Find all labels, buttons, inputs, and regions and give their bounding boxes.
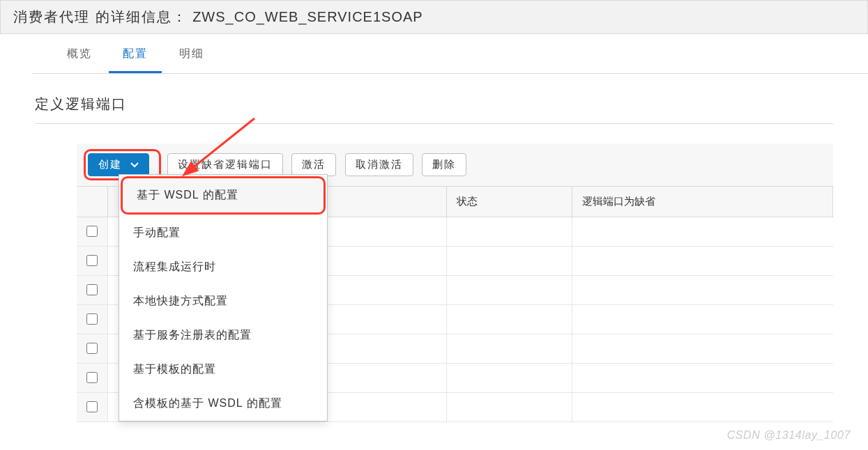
create-button-label: 创建 <box>98 158 122 170</box>
section: 定义逻辑端口 创建 设置缺省逻辑端口 激活 取消激活 删除 基于 WSDL 的配… <box>0 74 868 422</box>
delete-button[interactable]: 删除 <box>422 153 466 176</box>
cell-default <box>572 305 833 334</box>
toolbar: 创建 设置缺省逻辑端口 激活 取消激活 删除 基于 WSDL 的配置 手动配置 … <box>77 143 833 186</box>
cell-status <box>446 393 572 422</box>
watermark: CSDN @1314lay_1007 <box>727 429 851 442</box>
header-name: ZWS_CO_WEB_SERVICE1SOAP <box>192 9 423 24</box>
dd-item-wsdl-config[interactable]: 基于 WSDL 的配置 <box>121 176 326 215</box>
create-button[interactable]: 创建 <box>88 153 149 176</box>
cell-default <box>572 334 833 364</box>
set-default-port-button[interactable]: 设置缺省逻辑端口 <box>167 153 283 176</box>
row-checkbox[interactable] <box>86 343 98 354</box>
chevron-down-icon <box>130 158 139 170</box>
page-header: 消费者代理 的详细信息： ZWS_CO_WEB_SERVICE1SOAP <box>0 0 868 34</box>
cell-status <box>446 217 572 247</box>
row-checkbox[interactable] <box>86 284 98 295</box>
dd-item-local-shortcut[interactable]: 本地快捷方式配置 <box>119 284 327 318</box>
dd-item-template-config[interactable]: 基于模板的配置 <box>119 352 327 387</box>
tab-config[interactable]: 配置 <box>109 34 162 73</box>
dd-item-process-integration[interactable]: 流程集成运行时 <box>119 250 327 284</box>
cell-default <box>572 217 833 247</box>
section-title: 定义逻辑端口 <box>35 95 833 124</box>
tabs: 概览 配置 明细 <box>32 34 868 74</box>
row-checkbox[interactable] <box>86 401 98 412</box>
tab-detail[interactable]: 明细 <box>165 34 218 73</box>
row-checkbox[interactable] <box>86 372 98 383</box>
dd-item-service-registry[interactable]: 基于服务注册表的配置 <box>119 318 327 352</box>
cell-default <box>572 276 833 305</box>
cell-default <box>572 247 833 276</box>
cell-status <box>446 305 572 334</box>
row-checkbox[interactable] <box>86 226 98 237</box>
tab-overview[interactable]: 概览 <box>53 34 106 73</box>
col-status: 状态 <box>446 187 572 217</box>
col-default: 逻辑端口为缺省 <box>572 187 833 217</box>
col-checkbox <box>77 187 107 217</box>
row-checkbox[interactable] <box>86 313 98 325</box>
deactivate-button[interactable]: 取消激活 <box>345 153 413 176</box>
activate-button[interactable]: 激活 <box>291 153 336 176</box>
dd-item-template-wsdl-config[interactable]: 含模板的基于 WSDL 的配置 <box>119 387 327 421</box>
cell-status <box>446 276 572 305</box>
cell-status <box>446 247 572 276</box>
create-dropdown: 基于 WSDL 的配置 手动配置 流程集成运行时 本地快捷方式配置 基于服务注册… <box>119 174 328 421</box>
header-prefix: 消费者代理 的详细信息： <box>13 9 188 24</box>
cell-status <box>446 364 572 393</box>
row-checkbox[interactable] <box>86 255 98 266</box>
dd-item-manual-config[interactable]: 手动配置 <box>119 216 327 250</box>
cell-default <box>572 393 833 422</box>
cell-default <box>572 364 833 393</box>
cell-status <box>446 334 572 364</box>
